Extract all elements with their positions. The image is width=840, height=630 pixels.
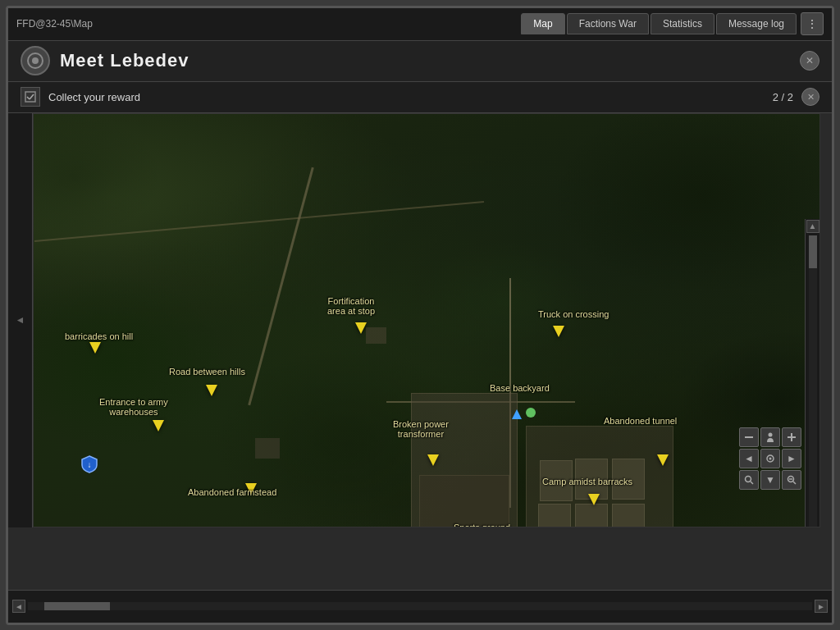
scroll-up-button[interactable]: ▲	[806, 220, 819, 233]
menu-icon-button[interactable]: ⋮	[801, 12, 824, 35]
map-ctrl-person-button[interactable]	[760, 427, 780, 447]
map-ctrl-zoom-out2-button[interactable]	[782, 470, 801, 490]
scroll-track-vertical[interactable]	[809, 235, 817, 527]
map-struct-farmstead	[255, 438, 280, 459]
scroll-right-button[interactable]: ►	[815, 600, 828, 613]
game-window: FFD@32-45\Map Map Factions War Statistic…	[6, 6, 834, 625]
objective-close-button[interactable]: ✕	[801, 88, 819, 106]
map-barracks-5	[575, 504, 608, 527]
marker-road-hills	[206, 385, 217, 396]
marker-abandoned-tunnel	[657, 454, 669, 466]
map-background: ↓ barricades on hill Fortificationarea a…	[34, 114, 819, 527]
marker-barricades	[89, 342, 101, 354]
map-container[interactable]: ↓ barricades on hill Fortificationarea a…	[33, 113, 820, 527]
player-marker: ↓	[81, 455, 98, 473]
svg-rect-2	[25, 92, 35, 102]
map-barracks-6	[612, 504, 645, 527]
marker-entrance	[153, 420, 164, 431]
bottom-bar: ◄ ►	[8, 590, 832, 623]
tab-bar: Map Factions War Statistics Message log	[521, 13, 797, 34]
scroll-thumb-horizontal[interactable]	[44, 602, 110, 610]
mission-header: Meet Lebedev ✕	[8, 41, 832, 82]
map-barracks-4	[538, 504, 571, 527]
objective-text: Collect your reward	[48, 91, 773, 103]
map-ctrl-pan-left-button[interactable]: ◄	[739, 449, 759, 468]
map-sports-ground	[419, 475, 509, 527]
scroll-thumb-vertical[interactable]	[809, 235, 817, 268]
map-barracks-1	[540, 460, 573, 501]
map-scrollbar-vertical[interactable]: ▲ ▼	[805, 219, 819, 527]
svg-line-15	[793, 482, 796, 484]
mission-title: Meet Lebedev	[60, 50, 800, 71]
map-struct-1	[366, 327, 386, 344]
svg-point-1	[32, 57, 39, 64]
tab-map[interactable]: Map	[521, 13, 564, 34]
map-barracks-3	[612, 459, 645, 500]
map-ctrl-pan-down-button[interactable]: ▼	[760, 470, 780, 490]
marker-broken-power	[427, 454, 439, 466]
top-bar: FFD@32-45\Map Map Factions War Statistic…	[8, 8, 832, 41]
svg-point-7	[769, 432, 773, 436]
marker-farmstead	[245, 483, 257, 495]
path-label: FFD@32-45\Map	[16, 18, 521, 30]
left-handle[interactable]: ◄	[8, 113, 33, 527]
scroll-track-horizontal[interactable]	[28, 602, 812, 610]
marker-camp-barracks	[588, 494, 600, 505]
tab-statistics[interactable]: Statistics	[651, 13, 714, 34]
map-ctrl-zoom-out-button[interactable]	[739, 427, 759, 447]
mission-icon	[21, 46, 50, 75]
svg-rect-9	[788, 436, 796, 438]
map-ctrl-pan-right-button[interactable]: ►	[782, 449, 801, 468]
marker-base-blue-1	[512, 409, 522, 419]
map-ctrl-zoom-search-button[interactable]	[739, 470, 759, 490]
objective-count: 2 / 2	[773, 91, 793, 103]
mission-close-button[interactable]: ✕	[800, 51, 819, 71]
marker-fortification	[355, 322, 367, 334]
tab-factions-war[interactable]: Factions War	[567, 13, 649, 34]
marker-truck	[553, 326, 564, 337]
objective-icon	[21, 87, 40, 107]
map-ctrl-zoom-in-button[interactable]	[782, 427, 801, 447]
map-ctrl-center-button[interactable]	[760, 449, 780, 468]
objective-bar: Collect your reward 2 / 2 ✕	[8, 82, 832, 113]
scroll-left-button[interactable]: ◄	[12, 600, 25, 613]
marker-base-green	[526, 408, 536, 418]
svg-rect-6	[745, 436, 753, 438]
tab-message-log[interactable]: Message log	[716, 13, 797, 34]
map-controls: ◄ ► ▼	[739, 427, 801, 490]
left-arrow-icon: ◄	[16, 314, 25, 326]
svg-text:↓: ↓	[88, 460, 92, 469]
svg-line-13	[751, 482, 753, 484]
svg-line-4	[30, 94, 34, 99]
svg-point-11	[769, 457, 772, 459]
svg-point-12	[746, 476, 751, 482]
